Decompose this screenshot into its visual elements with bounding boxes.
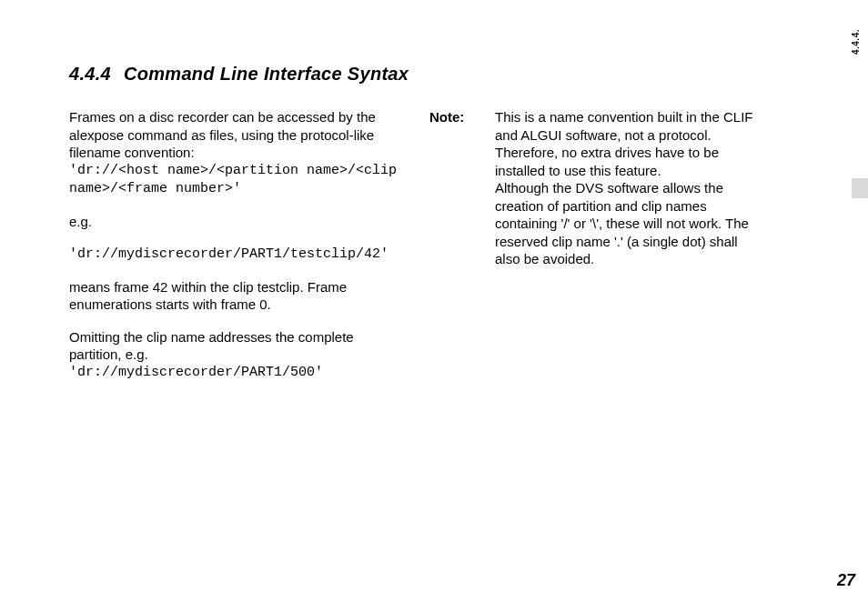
note-body: This is a name convention built in the C… bbox=[495, 108, 764, 268]
section-number: 4.4.4 bbox=[69, 64, 111, 84]
section-title: Command Line Interface Syntax bbox=[124, 64, 409, 84]
side-section-number: 4.4.4. bbox=[851, 29, 861, 55]
example-2: 'dr://mydiscrecorder/PART1/500' bbox=[69, 364, 404, 382]
page-number: 27 bbox=[837, 571, 855, 590]
example-1: 'dr://mydiscrecorder/PART1/testclip/42' bbox=[69, 246, 404, 264]
right-edge-tab: 4.4.4. Configuration 27 bbox=[819, 0, 868, 612]
right-column: Note: This is a name convention built in… bbox=[429, 108, 764, 382]
explain-1: means frame 42 within the clip testclip.… bbox=[69, 278, 404, 314]
body-columns: Frames on a disc recorder can be accesse… bbox=[69, 108, 764, 382]
thumb-index-marker bbox=[852, 178, 868, 198]
syntax-line: 'dr://<host name>/<partition name>/<clip… bbox=[69, 162, 404, 199]
note-paragraph-2: Although the DVS software allows the cre… bbox=[495, 179, 764, 268]
eg-label: e.g. bbox=[69, 213, 404, 231]
note-paragraph-1: This is a name convention built in the C… bbox=[495, 108, 764, 179]
note-block: Note: This is a name convention built in… bbox=[429, 108, 764, 268]
note-label: Note: bbox=[429, 108, 495, 268]
intro-text: Frames on a disc recorder can be accesse… bbox=[69, 108, 404, 162]
left-column: Frames on a disc recorder can be accesse… bbox=[69, 108, 404, 382]
section-heading: 4.4.4Command Line Interface Syntax bbox=[69, 64, 764, 85]
explain-2: Omitting the clip name addresses the com… bbox=[69, 328, 404, 364]
